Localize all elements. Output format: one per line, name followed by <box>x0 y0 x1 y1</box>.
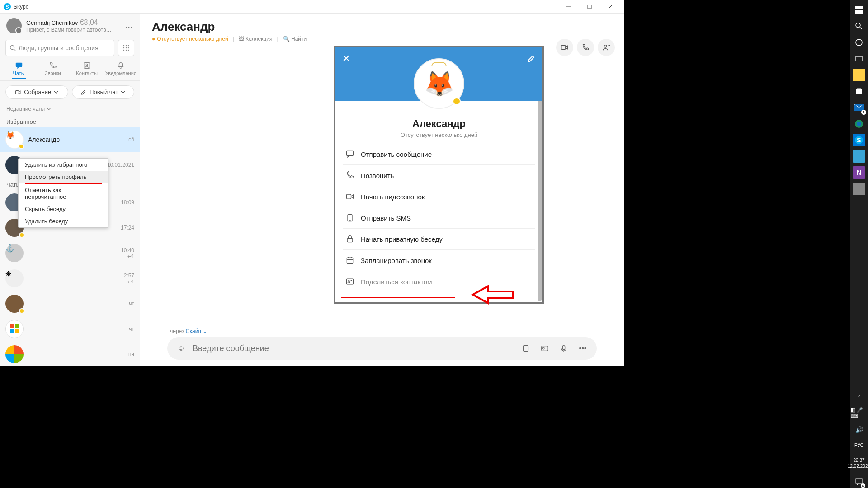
taskbar-lang[interactable]: РУС <box>854 440 864 451</box>
chevron-down-icon <box>54 90 58 94</box>
annotation-arrow-icon <box>470 283 515 306</box>
close-icon <box>342 54 351 63</box>
emoji-button[interactable]: ☺ <box>174 341 189 356</box>
svg-rect-48 <box>859 6 863 9</box>
window-title: Skype <box>14 4 28 10</box>
tab-calls[interactable]: Звонки <box>37 61 69 79</box>
sms-icon <box>345 213 354 222</box>
svg-rect-59 <box>856 479 862 483</box>
app-icon[interactable] <box>853 150 865 163</box>
chat-title[interactable]: Александр <box>152 20 612 34</box>
sidebar: Gennadij Chernikov €8,04 Привет, с Вами … <box>0 14 140 366</box>
chat-row[interactable]: чт <box>0 316 140 342</box>
contact-card-button[interactable] <box>537 341 552 356</box>
via-skype-link[interactable]: Скайп ⌄ <box>186 328 207 334</box>
edit-profile-button[interactable] <box>527 54 536 65</box>
svg-rect-30 <box>347 194 351 199</box>
skype-taskbar-icon[interactable]: S <box>853 134 865 146</box>
chat-row[interactable]: ❋ 2:57↩1 <box>0 266 140 291</box>
window-minimize-button[interactable] <box>559 0 579 13</box>
svg-rect-15 <box>15 63 22 67</box>
profile-avatar: 🦊 <box>414 58 464 109</box>
tray-expand-icon[interactable]: ‹ <box>853 390 865 403</box>
chat-row[interactable]: чт <box>0 291 140 316</box>
svg-rect-38 <box>347 279 354 284</box>
voice-message-button[interactable] <box>556 341 571 356</box>
camera-icon <box>345 192 354 201</box>
phone-icon <box>345 171 354 180</box>
chat-row[interactable]: пн <box>0 342 140 366</box>
ctx-view-profile[interactable]: Просмотреть профиль <box>19 171 108 183</box>
search-input[interactable]: Люди, группы и сообщения <box>5 40 114 56</box>
ctx-mark-unread[interactable]: Отметить как непрочитанное <box>19 184 108 203</box>
window-close-button[interactable] <box>600 0 620 13</box>
action-video-call[interactable]: Начать видеозвонок <box>343 186 535 207</box>
tray-icons[interactable]: ◧ 🎤 ⌨ <box>850 406 868 420</box>
find-link[interactable]: 🔍 Найти <box>283 36 307 42</box>
more-options-button[interactable]: ••• <box>575 341 590 356</box>
search-taskbar-button[interactable] <box>853 20 865 33</box>
self-avatar[interactable] <box>6 18 22 33</box>
svg-point-10 <box>126 47 127 48</box>
profile-header[interactable]: Gennadij Chernikov €8,04 Привет, с Вами … <box>0 14 140 38</box>
volume-icon[interactable]: 🔊 <box>853 423 865 436</box>
avatar <box>5 295 24 313</box>
collection-link[interactable]: 🖼 Коллекция <box>239 36 273 42</box>
dialpad-button[interactable] <box>118 40 134 56</box>
chat-row[interactable]: ⚓ 10:40↩1 <box>0 240 140 266</box>
edge-icon[interactable] <box>853 117 865 130</box>
svg-point-8 <box>128 45 129 46</box>
tab-notifications[interactable]: Уведомления <box>105 61 137 79</box>
profile-name: Александр <box>343 118 535 130</box>
explorer-icon[interactable] <box>853 69 865 81</box>
cortana-button[interactable] <box>853 36 865 49</box>
close-panel-button[interactable] <box>342 54 351 65</box>
action-send-message[interactable]: Отправить сообщение <box>343 144 535 165</box>
window-maximize-button[interactable] <box>580 0 599 13</box>
attach-file-button[interactable] <box>518 341 533 356</box>
svg-point-7 <box>126 45 127 46</box>
svg-point-4 <box>10 46 14 50</box>
tab-contacts[interactable]: Контакты <box>71 61 103 79</box>
app-icon-2[interactable] <box>853 183 865 195</box>
meeting-button[interactable]: Собрание <box>5 85 68 99</box>
message-input-bar: через Скайп ⌄ ☺ ••• <box>140 324 624 366</box>
pencil-icon <box>527 54 536 63</box>
favorites-label: Избранное <box>0 115 140 127</box>
svg-point-12 <box>123 50 124 51</box>
desktop-background <box>624 0 850 488</box>
new-chat-button[interactable]: Новый чат <box>72 85 135 99</box>
avatar: ❋ <box>5 269 24 287</box>
card-icon <box>541 344 549 352</box>
svg-point-53 <box>856 39 862 46</box>
taskbar-clock[interactable]: 22:3712.02.2021 <box>847 455 868 472</box>
file-icon <box>522 344 530 352</box>
ctx-delete-conversation[interactable]: Удалить беседу <box>19 215 108 227</box>
bell-icon <box>117 61 125 70</box>
start-button[interactable] <box>853 4 865 16</box>
svg-rect-54 <box>856 56 862 61</box>
ctx-hide-conversation[interactable]: Скрыть беседу <box>19 203 108 215</box>
calendar-icon <box>345 256 354 265</box>
action-center-icon[interactable]: 6 <box>853 475 865 488</box>
recent-chats-header[interactable]: Недавние чаты <box>0 103 140 115</box>
chat-row-alexander[interactable]: 🦊 Александр сб <box>0 127 140 152</box>
tab-chats[interactable]: Чаты <box>3 61 35 79</box>
action-send-sms[interactable]: Отправить SMS <box>343 207 535 229</box>
self-name: Gennadij Chernikov <box>26 19 78 26</box>
store-icon[interactable] <box>853 85 865 98</box>
more-icon[interactable]: … <box>125 21 133 31</box>
onenote-icon[interactable]: N <box>853 166 865 179</box>
message-input[interactable] <box>193 344 514 353</box>
action-private-chat[interactable]: Начать приватную беседу <box>343 229 535 250</box>
action-call[interactable]: Позвонить <box>343 165 535 186</box>
svg-point-14 <box>128 50 129 51</box>
mail-icon[interactable]: 1 <box>853 101 865 114</box>
taskview-button[interactable] <box>853 52 865 65</box>
svg-rect-45 <box>562 346 565 350</box>
status-away-icon <box>19 308 24 314</box>
svg-rect-42 <box>524 346 528 352</box>
action-schedule-call[interactable]: Запланировать звонок <box>343 250 535 271</box>
ctx-remove-favorite[interactable]: Удалить из избранного <box>19 159 108 171</box>
camera-icon <box>15 89 21 95</box>
